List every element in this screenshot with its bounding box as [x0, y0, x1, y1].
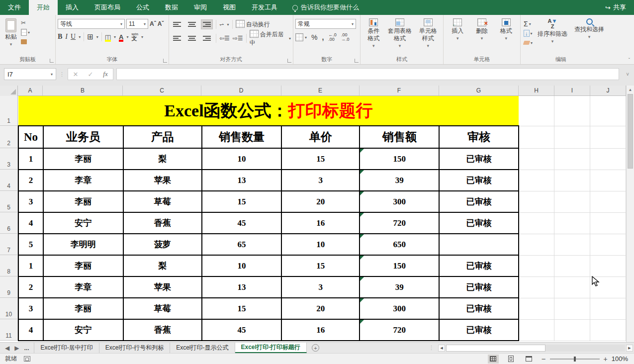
table-cell[interactable]: 草莓 [123, 298, 202, 319]
table-cell[interactable]: 已审核 [439, 276, 519, 298]
row-header-8[interactable]: 8 [0, 255, 18, 276]
table-header-cell[interactable]: 销售数量 [202, 126, 282, 148]
row-header-5[interactable]: 5 [0, 191, 18, 212]
menu-tab-7[interactable]: 视图 [215, 0, 244, 15]
grow-font-button[interactable]: Aˆ [150, 20, 156, 27]
empty-cell[interactable] [519, 255, 554, 276]
percent-style-button[interactable]: % [311, 33, 317, 41]
column-header-I[interactable]: I [554, 86, 590, 95]
table-header-cell[interactable]: No [18, 126, 43, 148]
alignment-dialog-launcher[interactable] [287, 59, 291, 63]
table-cell[interactable]: 13 [202, 170, 282, 191]
menu-tab-0[interactable]: 文件 [0, 0, 29, 15]
menu-tab-6[interactable]: 审阅 [186, 0, 215, 15]
zoom-slider-thumb[interactable] [574, 357, 576, 362]
table-cell[interactable]: 草莓 [123, 191, 202, 212]
table-cell[interactable]: 李明明 [43, 234, 123, 255]
title-cell[interactable]: Excel函数公式：打印标题行 [18, 96, 519, 126]
menu-tab-5[interactable]: 数据 [157, 0, 186, 15]
empty-cell[interactable] [554, 319, 590, 341]
empty-cell[interactable] [519, 234, 554, 255]
table-cell[interactable]: 4 [18, 212, 43, 234]
macro-record-icon[interactable] [24, 356, 30, 362]
table-cell[interactable]: 45 [202, 212, 282, 234]
empty-cell[interactable] [519, 148, 554, 170]
table-cell[interactable]: 已审核 [439, 170, 519, 191]
table-cell[interactable]: 3 [18, 298, 43, 319]
table-cell[interactable]: 20 [281, 298, 360, 319]
horizontal-scrollbar[interactable] [446, 345, 625, 352]
name-box[interactable]: I7▾ [4, 68, 56, 80]
formula-input[interactable] [116, 68, 619, 80]
page-layout-view-button[interactable] [506, 355, 517, 364]
increase-indent-button[interactable]: ⇨☰ [233, 35, 243, 42]
vertical-scroll-thumb[interactable] [628, 94, 633, 169]
clipboard-dialog-launcher[interactable] [50, 59, 54, 63]
font-name-select[interactable]: 等线▾ [58, 19, 125, 29]
cut-button[interactable]: ✂ [21, 19, 30, 27]
format-painter-button[interactable] [21, 38, 30, 46]
column-header-B[interactable]: B [43, 86, 123, 95]
empty-cell[interactable] [590, 148, 626, 170]
table-cell[interactable]: 300 [360, 298, 439, 319]
format-as-table-button[interactable]: 套用表格格式 ▾ [385, 17, 415, 50]
table-cell[interactable]: 15 [202, 191, 282, 212]
clear-button[interactable]: ▾ [524, 39, 533, 47]
table-header-cell[interactable]: 销售额 [360, 126, 439, 148]
empty-cell[interactable] [590, 170, 626, 191]
bold-button[interactable]: B [58, 33, 62, 41]
table-cell[interactable]: 10 [202, 255, 282, 276]
empty-cell[interactable] [554, 191, 590, 212]
table-cell[interactable]: 39 [360, 276, 439, 298]
empty-cell[interactable] [590, 191, 626, 212]
row-header-10[interactable]: 10 [0, 298, 18, 319]
shrink-font-button[interactable]: Aˇ [158, 20, 164, 27]
empty-cell[interactable] [519, 298, 554, 319]
share-button[interactable]: 共享 [613, 3, 626, 12]
table-cell[interactable]: 李丽 [43, 298, 123, 319]
align-center-button[interactable] [186, 33, 198, 43]
sort-filter-button[interactable]: A▼Z 排序和筛选 ▾ [535, 17, 570, 46]
table-cell[interactable]: 10 [281, 234, 360, 255]
table-cell[interactable]: 安宁 [43, 212, 123, 234]
orientation-button[interactable]: ⥋ [219, 21, 224, 28]
scroll-up-arrow[interactable]: ▲ [627, 86, 634, 93]
table-cell[interactable]: 1 [18, 255, 43, 276]
sheet-nav-right[interactable]: ▶ [14, 345, 19, 352]
empty-cell[interactable] [554, 148, 590, 170]
align-left-button[interactable] [171, 33, 183, 43]
table-cell[interactable]: 300 [360, 191, 439, 212]
table-cell[interactable]: 3 [281, 276, 360, 298]
table-cell[interactable]: 13 [202, 276, 282, 298]
menu-tab-8[interactable]: 开发工具 [244, 0, 285, 15]
phonetic-button[interactable]: wén文 [131, 32, 138, 41]
cancel-entry-button[interactable]: ✕ [68, 71, 83, 78]
row-header-2[interactable]: 2 [0, 126, 18, 148]
increase-decimal-button[interactable]: ←.0.00 [328, 33, 337, 42]
table-cell[interactable]: 苹果 [123, 170, 202, 191]
table-cell[interactable]: 16 [281, 212, 360, 234]
table-cell[interactable]: 2 [18, 276, 43, 298]
empty-cell[interactable] [554, 96, 590, 126]
empty-cell[interactable] [590, 298, 626, 319]
table-cell[interactable]: 720 [360, 212, 439, 234]
number-format-select[interactable]: 常规▾ [295, 19, 356, 29]
row-header-4[interactable]: 4 [0, 170, 18, 191]
bottom-align-button[interactable] [201, 19, 213, 29]
page-break-view-button[interactable] [524, 355, 535, 364]
collapse-ribbon-button[interactable]: ˇ [629, 58, 630, 63]
table-cell[interactable]: 650 [360, 234, 439, 255]
empty-cell[interactable] [590, 319, 626, 341]
table-header-cell[interactable]: 单价 [281, 126, 360, 148]
column-header-H[interactable]: H [519, 86, 554, 95]
decrease-indent-button[interactable]: ⇦☰ [219, 35, 230, 42]
table-cell[interactable]: 5 [18, 234, 43, 255]
row-header-7[interactable]: 7 [0, 234, 18, 255]
empty-cell[interactable] [519, 96, 554, 126]
table-cell[interactable]: 安宁 [43, 319, 123, 341]
table-cell[interactable]: 已审核 [439, 319, 519, 341]
empty-cell[interactable] [519, 319, 554, 341]
zoom-out-button[interactable]: − [542, 355, 546, 363]
table-cell[interactable]: 菠萝 [123, 234, 202, 255]
table-cell[interactable]: 李章 [43, 170, 123, 191]
